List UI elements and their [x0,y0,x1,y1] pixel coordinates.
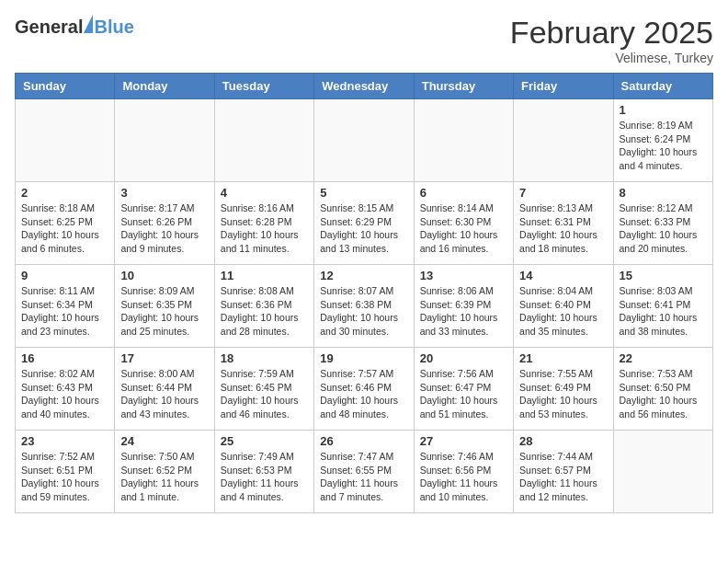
calendar-cell: 24Sunrise: 7:50 AM Sunset: 6:52 PM Dayli… [115,431,214,513]
day-info: Sunrise: 8:18 AM Sunset: 6:25 PM Dayligh… [21,201,108,256]
page-header: General Blue February 2025 Velimese, Tur… [15,15,713,65]
calendar-header-row: SundayMondayTuesdayWednesdayThursdayFrid… [16,74,713,99]
day-number: 16 [21,351,108,365]
logo-blue: Blue [94,17,133,38]
calendar-cell: 12Sunrise: 8:07 AM Sunset: 6:38 PM Dayli… [314,265,414,348]
day-info: Sunrise: 7:57 AM Sunset: 6:46 PM Dayligh… [320,367,407,421]
day-info: Sunrise: 8:08 AM Sunset: 6:36 PM Dayligh… [221,284,308,339]
day-number: 11 [221,269,308,282]
day-info: Sunrise: 8:12 AM Sunset: 6:33 PM Dayligh… [620,201,707,256]
calendar-cell: 13Sunrise: 8:06 AM Sunset: 6:39 PM Dayli… [414,265,513,348]
calendar-cell: 10Sunrise: 8:09 AM Sunset: 6:35 PM Dayli… [115,265,214,348]
calendar-cell: 25Sunrise: 7:49 AM Sunset: 6:53 PM Dayli… [214,431,313,513]
month-title: February 2025 [510,15,713,51]
day-info: Sunrise: 8:00 AM Sunset: 6:44 PM Dayligh… [120,367,208,421]
calendar-cell: 8Sunrise: 8:12 AM Sunset: 6:33 PM Daylig… [613,182,712,265]
day-info: Sunrise: 8:17 AM Sunset: 6:26 PM Dayligh… [120,201,208,256]
day-info: Sunrise: 7:53 AM Sunset: 6:50 PM Dayligh… [620,367,707,421]
logo-general: General [15,17,83,38]
day-info: Sunrise: 7:59 AM Sunset: 6:45 PM Dayligh… [221,367,308,421]
day-number: 13 [420,269,507,282]
calendar-cell: 4Sunrise: 8:16 AM Sunset: 6:28 PM Daylig… [214,182,313,265]
day-info: Sunrise: 8:03 AM Sunset: 6:41 PM Dayligh… [620,284,707,339]
day-number: 3 [120,186,208,200]
day-number: 23 [21,434,108,448]
day-number: 27 [420,434,507,448]
day-number: 15 [620,269,707,282]
calendar-cell [314,99,414,182]
calendar-cell: 16Sunrise: 8:02 AM Sunset: 6:43 PM Dayli… [16,348,115,431]
calendar-table: SundayMondayTuesdayWednesdayThursdayFrid… [15,73,713,513]
day-number: 26 [320,434,407,448]
day-info: Sunrise: 8:04 AM Sunset: 6:40 PM Dayligh… [519,284,607,339]
logo: General Blue [15,15,134,38]
day-number: 10 [120,269,208,282]
calendar-cell: 3Sunrise: 8:17 AM Sunset: 6:26 PM Daylig… [115,182,214,265]
calendar-cell: 11Sunrise: 8:08 AM Sunset: 6:36 PM Dayli… [214,265,313,348]
title-area: February 2025 Velimese, Turkey [510,15,713,65]
day-number: 2 [21,186,108,200]
day-info: Sunrise: 7:55 AM Sunset: 6:49 PM Dayligh… [519,367,607,421]
calendar-cell: 20Sunrise: 7:56 AM Sunset: 6:47 PM Dayli… [414,348,513,431]
day-info: Sunrise: 7:49 AM Sunset: 6:53 PM Dayligh… [221,450,308,504]
calendar-week-2: 9Sunrise: 8:11 AM Sunset: 6:34 PM Daylig… [16,265,713,348]
calendar-cell: 27Sunrise: 7:46 AM Sunset: 6:56 PM Dayli… [414,431,513,513]
day-info: Sunrise: 8:15 AM Sunset: 6:29 PM Dayligh… [320,201,407,256]
calendar-cell [514,99,613,182]
calendar-week-0: 1Sunrise: 8:19 AM Sunset: 6:24 PM Daylig… [16,99,713,182]
day-info: Sunrise: 8:16 AM Sunset: 6:28 PM Dayligh… [221,201,308,256]
calendar-cell: 23Sunrise: 7:52 AM Sunset: 6:51 PM Dayli… [16,431,115,513]
day-number: 28 [519,434,607,448]
calendar-cell: 7Sunrise: 8:13 AM Sunset: 6:31 PM Daylig… [514,182,613,265]
day-info: Sunrise: 8:09 AM Sunset: 6:35 PM Dayligh… [120,284,208,339]
day-number: 6 [420,186,507,200]
day-info: Sunrise: 7:46 AM Sunset: 6:56 PM Dayligh… [420,450,507,504]
day-info: Sunrise: 8:13 AM Sunset: 6:31 PM Dayligh… [519,201,607,256]
day-info: Sunrise: 7:47 AM Sunset: 6:55 PM Dayligh… [320,450,407,504]
day-number: 25 [221,434,308,448]
weekday-header-wednesday: Wednesday [314,74,414,99]
day-number: 24 [120,434,208,448]
weekday-header-tuesday: Tuesday [214,74,313,99]
day-info: Sunrise: 8:02 AM Sunset: 6:43 PM Dayligh… [21,367,108,421]
day-number: 22 [620,351,707,365]
calendar-cell: 9Sunrise: 8:11 AM Sunset: 6:34 PM Daylig… [16,265,115,348]
day-number: 4 [221,186,308,200]
calendar-cell: 22Sunrise: 7:53 AM Sunset: 6:50 PM Dayli… [613,348,712,431]
weekday-header-friday: Friday [514,74,613,99]
day-number: 7 [519,186,607,200]
location-label: Velimese, Turkey [510,51,713,65]
calendar-week-3: 16Sunrise: 8:02 AM Sunset: 6:43 PM Dayli… [16,348,713,431]
calendar-cell: 5Sunrise: 8:15 AM Sunset: 6:29 PM Daylig… [314,182,414,265]
day-info: Sunrise: 8:14 AM Sunset: 6:30 PM Dayligh… [420,201,507,256]
weekday-header-thursday: Thursday [414,74,513,99]
day-number: 20 [420,351,507,365]
calendar-cell: 14Sunrise: 8:04 AM Sunset: 6:40 PM Dayli… [514,265,613,348]
day-info: Sunrise: 8:11 AM Sunset: 6:34 PM Dayligh… [21,284,108,339]
day-number: 14 [519,269,607,282]
weekday-header-monday: Monday [115,74,214,99]
day-number: 19 [320,351,407,365]
day-number: 21 [519,351,607,365]
calendar-cell: 2Sunrise: 8:18 AM Sunset: 6:25 PM Daylig… [16,182,115,265]
day-number: 9 [21,269,108,282]
calendar-cell: 6Sunrise: 8:14 AM Sunset: 6:30 PM Daylig… [414,182,513,265]
day-number: 8 [620,186,707,200]
day-number: 12 [320,269,407,282]
calendar-cell: 17Sunrise: 8:00 AM Sunset: 6:44 PM Dayli… [115,348,214,431]
calendar-cell: 18Sunrise: 7:59 AM Sunset: 6:45 PM Dayli… [214,348,313,431]
logo-triangle-icon [84,15,93,33]
calendar-cell [16,99,115,182]
calendar-week-4: 23Sunrise: 7:52 AM Sunset: 6:51 PM Dayli… [16,431,713,513]
day-info: Sunrise: 8:07 AM Sunset: 6:38 PM Dayligh… [320,284,407,339]
calendar-cell: 1Sunrise: 8:19 AM Sunset: 6:24 PM Daylig… [613,99,712,182]
day-info: Sunrise: 7:44 AM Sunset: 6:57 PM Dayligh… [519,450,607,504]
day-info: Sunrise: 8:19 AM Sunset: 6:24 PM Dayligh… [620,119,707,173]
day-info: Sunrise: 7:50 AM Sunset: 6:52 PM Dayligh… [120,450,208,504]
calendar-cell [214,99,313,182]
logo-text: General Blue [15,15,134,38]
day-number: 5 [320,186,407,200]
day-info: Sunrise: 7:56 AM Sunset: 6:47 PM Dayligh… [420,367,507,421]
day-number: 17 [120,351,208,365]
calendar-cell: 19Sunrise: 7:57 AM Sunset: 6:46 PM Dayli… [314,348,414,431]
